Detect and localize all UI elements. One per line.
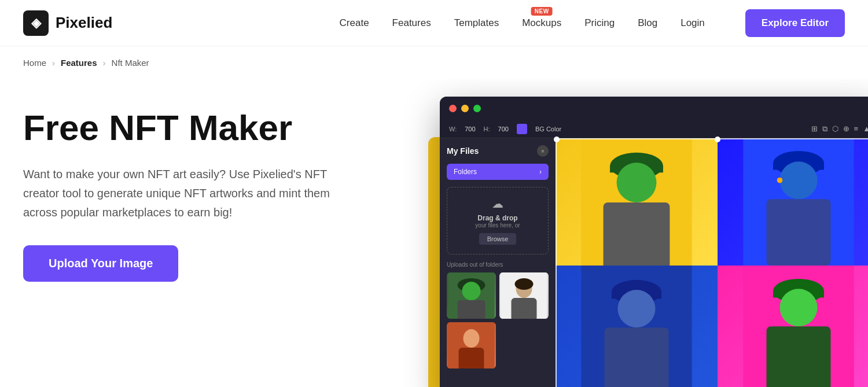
panel-close-button[interactable]: × [537, 145, 549, 157]
hero-title: Free NFT Maker [23, 108, 393, 148]
folders-label: Folders [454, 168, 477, 176]
bg-color-label: BG Color [535, 126, 561, 132]
folders-button[interactable]: Folders › [447, 164, 549, 180]
drag-drop-title: Drag & drop [454, 214, 541, 222]
upload-thumbnail-3[interactable] [447, 322, 496, 368]
editor-body: My Files × Folders › ☁ Drag & drop your … [440, 138, 868, 387]
breadcrumb-sep-2: › [103, 58, 106, 68]
traffic-light-red [449, 105, 457, 112]
svg-point-14 [617, 163, 657, 202]
nav-login[interactable]: Login [681, 17, 705, 29]
logo-text: Pixelied [56, 14, 112, 32]
nav-features[interactable]: Features [392, 17, 431, 29]
logo-icon: ◈ [23, 10, 49, 36]
height-label: H: [484, 126, 490, 132]
svg-rect-31 [767, 326, 831, 387]
nft-cell-1 [556, 138, 718, 266]
width-value: 700 [465, 126, 475, 132]
editor-toolbar: W: 700 H: 700 BG Color ⊞ ⧉ ⬡ ⊕ ≡ ▲ [440, 120, 868, 138]
breadcrumb-sep-1: › [52, 58, 55, 68]
files-panel: My Files × Folders › ☁ Drag & drop your … [440, 138, 556, 387]
svg-rect-10 [459, 348, 484, 368]
hero-description: Want to make your own NFT art easily? Us… [23, 165, 347, 222]
explore-editor-button[interactable]: Explore Editor [745, 9, 845, 37]
uploads-label: Uploads out of folders [447, 261, 549, 268]
main-nav: Create Features Templates NEW Mockups Pr… [340, 9, 845, 37]
browse-button[interactable]: Browse [479, 233, 517, 245]
svg-rect-20 [767, 199, 831, 266]
svg-point-25 [617, 290, 655, 327]
svg-rect-3 [458, 300, 486, 319]
svg-rect-15 [604, 202, 670, 266]
svg-rect-7 [512, 298, 537, 319]
nft-cell-2 [718, 138, 868, 266]
new-badge: NEW [531, 7, 553, 16]
width-label: W: [449, 126, 457, 132]
folders-chevron-icon: › [539, 168, 542, 176]
editor-canvas [556, 138, 868, 387]
traffic-lights [440, 97, 868, 120]
plus-icon: ⊕ [843, 124, 849, 134]
hero-section: Free NFT Maker Want to make your own NFT… [0, 79, 868, 387]
nav-create[interactable]: Create [340, 17, 369, 29]
upload-thumbnail-1[interactable] [447, 272, 496, 319]
drag-drop-area[interactable]: ☁ Drag & drop your files here, or Browse [447, 187, 549, 255]
bucket-icon: ⬡ [832, 124, 838, 134]
upload-thumbnail-2[interactable] [499, 272, 549, 319]
editor-window: W: 700 H: 700 BG Color ⊞ ⧉ ⬡ ⊕ ≡ ▲ [440, 97, 868, 387]
nav-blog[interactable]: Blog [638, 17, 657, 29]
bg-color-swatch[interactable] [517, 124, 527, 134]
svg-point-9 [464, 329, 480, 348]
panel-title: My Files [447, 146, 479, 156]
nav-mockups[interactable]: NEW Mockups [522, 17, 561, 29]
toolbar-icons: ⊞ ⧉ ⬡ ⊕ ≡ ▲ [811, 124, 868, 134]
stack-icon: ≡ [854, 124, 859, 134]
breadcrumb-home[interactable]: Home [23, 58, 46, 68]
svg-point-6 [515, 278, 534, 290]
traffic-light-green [473, 105, 481, 112]
triangle-icon: ▲ [863, 124, 868, 134]
svg-point-30 [779, 289, 817, 326]
layers-icon: ⧉ [822, 124, 827, 134]
header: ◈ Pixelied Create Features Templates NEW… [0, 0, 868, 46]
grid-icon: ⊞ [811, 124, 818, 134]
drag-drop-sub: your files here, or [454, 222, 541, 228]
nav-templates[interactable]: Templates [454, 17, 499, 29]
panel-header: My Files × [447, 145, 549, 157]
upload-image-button[interactable]: Upload Your Image [23, 245, 178, 282]
upload-cloud-icon: ☁ [454, 197, 541, 211]
hero-editor-mockup: W: 700 H: 700 BG Color ⊞ ⧉ ⬡ ⊕ ≡ ▲ [405, 91, 845, 387]
svg-rect-26 [605, 327, 669, 387]
hero-content: Free NFT Maker Want to make your own NFT… [23, 91, 393, 282]
logo[interactable]: ◈ Pixelied [23, 10, 112, 36]
breadcrumb-features[interactable]: Features [61, 58, 97, 68]
breadcrumb-current: Nft Maker [112, 58, 149, 68]
svg-point-2 [462, 282, 481, 300]
nft-cell-3 [556, 266, 718, 387]
svg-point-19 [779, 161, 817, 199]
height-value: 700 [498, 126, 509, 132]
svg-point-21 [777, 178, 783, 183]
traffic-light-yellow [461, 105, 469, 112]
nft-cell-4 [718, 266, 868, 387]
breadcrumb: Home › Features › Nft Maker [0, 46, 868, 79]
uploads-grid [447, 272, 549, 368]
nav-pricing[interactable]: Pricing [584, 17, 615, 29]
